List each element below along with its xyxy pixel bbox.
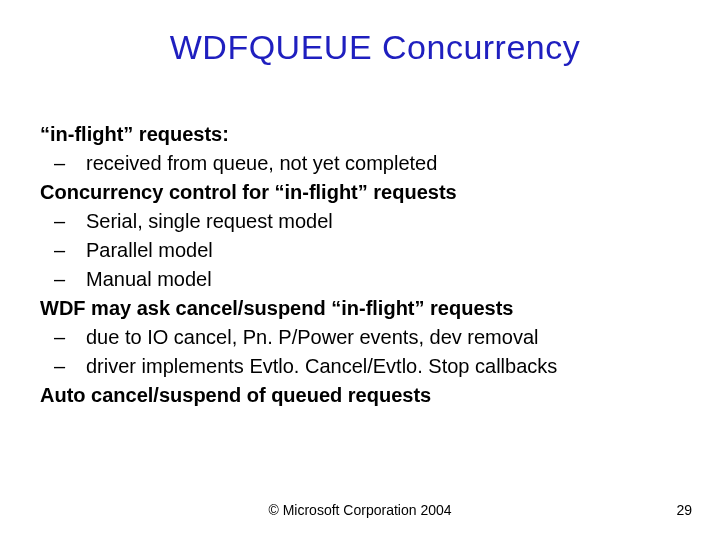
body-subline-text: due to IO cancel, Pn. P/Power events, de…	[86, 326, 538, 348]
body-subline-text: received from queue, not yet completed	[86, 152, 437, 174]
body-subline: –Parallel model	[40, 236, 680, 265]
slide-body: “in-flight” requests: –received from que…	[40, 120, 680, 410]
body-line: WDF may ask cancel/suspend “in-flight” r…	[40, 294, 680, 323]
body-subline: –Serial, single request model	[40, 207, 680, 236]
body-subline: –received from queue, not yet completed	[40, 149, 680, 178]
body-line: Auto cancel/suspend of queued requests	[40, 381, 680, 410]
slide-title: WDFQUEUE Concurrency	[0, 0, 720, 67]
body-subline: –due to IO cancel, Pn. P/Power events, d…	[40, 323, 680, 352]
slide: WDFQUEUE Concurrency “in-flight” request…	[0, 0, 720, 540]
body-subline-text: Manual model	[86, 268, 212, 290]
body-subline: –Manual model	[40, 265, 680, 294]
body-line: Concurrency control for “in-flight” requ…	[40, 178, 680, 207]
body-subline-text: Parallel model	[86, 239, 213, 261]
page-number: 29	[676, 502, 692, 518]
body-subline: –driver implements Evtlo. Cancel/Evtlo. …	[40, 352, 680, 381]
body-subline-text: driver implements Evtlo. Cancel/Evtlo. S…	[86, 355, 557, 377]
body-subline-text: Serial, single request model	[86, 210, 333, 232]
footer-copyright: © Microsoft Corporation 2004	[0, 502, 720, 518]
body-line: “in-flight” requests:	[40, 120, 680, 149]
